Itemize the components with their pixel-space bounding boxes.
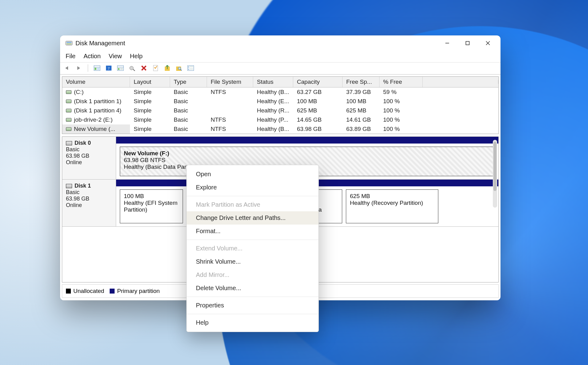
volume-fs bbox=[207, 100, 253, 103]
svg-point-18 bbox=[130, 66, 133, 70]
volume-free: 625 MB bbox=[343, 106, 379, 115]
context-menu-item[interactable]: Format... bbox=[187, 225, 318, 238]
menu-action[interactable]: Action bbox=[83, 53, 101, 60]
volume-layout: Simple bbox=[130, 106, 170, 115]
volume-fs bbox=[207, 109, 253, 112]
volume-name: (Disk 1 partition 1) bbox=[74, 98, 121, 105]
disk-type: Basic bbox=[66, 189, 112, 196]
titlebar[interactable]: Disk Management bbox=[60, 35, 501, 51]
context-menu-item[interactable]: Open bbox=[187, 168, 318, 181]
volume-capacity: 14.65 GB bbox=[293, 115, 343, 124]
volume-type: Basic bbox=[170, 106, 207, 115]
back-icon[interactable] bbox=[63, 64, 71, 72]
disk-icon bbox=[66, 118, 71, 122]
volume-capacity: 625 MB bbox=[293, 106, 343, 115]
volume-type: Basic bbox=[170, 124, 207, 134]
toolbar: ? bbox=[60, 62, 501, 75]
toolbar-separator bbox=[88, 64, 88, 72]
svg-rect-29 bbox=[188, 69, 189, 70]
volume-list-header[interactable]: Volume Layout Type File System Status Ca… bbox=[62, 77, 498, 87]
disk-name: Disk 1 bbox=[75, 183, 91, 189]
disk-label[interactable]: Disk 1Basic63.98 GBOnline bbox=[62, 180, 116, 226]
col-status[interactable]: Status bbox=[253, 77, 293, 87]
volume-row[interactable]: (Disk 1 partition 4)SimpleBasicHealthy (… bbox=[62, 106, 498, 115]
volume-name: (Disk 1 partition 4) bbox=[74, 107, 121, 114]
menu-help[interactable]: Help bbox=[130, 53, 143, 60]
volume-row[interactable]: (Disk 1 partition 1)SimpleBasicHealthy (… bbox=[62, 97, 498, 106]
col-filesystem[interactable]: File System bbox=[207, 77, 253, 87]
volume-status: Healthy (B... bbox=[253, 124, 293, 134]
col-spacer bbox=[423, 80, 498, 84]
volume-layout: Simple bbox=[130, 124, 170, 134]
context-menu-separator bbox=[187, 297, 318, 297]
volume-type: Basic bbox=[170, 97, 207, 106]
context-menu-item[interactable]: Change Drive Letter and Paths... bbox=[187, 211, 318, 225]
volume-capacity: 63.98 GB bbox=[293, 124, 343, 134]
partition-title: New Volume (F:) bbox=[124, 150, 491, 157]
context-menu-item: Extend Volume... bbox=[187, 242, 318, 255]
col-free[interactable]: Free Sp... bbox=[343, 77, 379, 87]
legend-swatch-primary bbox=[110, 289, 115, 294]
disk-icon bbox=[66, 99, 71, 103]
svg-rect-4 bbox=[466, 42, 469, 45]
context-menu-item[interactable]: Explore bbox=[187, 181, 318, 194]
context-menu-separator bbox=[187, 240, 318, 240]
partition-size: 63.98 GB NTFS bbox=[124, 157, 491, 164]
context-menu[interactable]: OpenExploreMark Partition as ActiveChang… bbox=[186, 165, 319, 332]
context-menu-item[interactable]: Shrink Volume... bbox=[187, 255, 318, 268]
volume-pctfree: 59 % bbox=[379, 87, 423, 97]
disk-icon bbox=[66, 109, 71, 112]
refresh-icon[interactable] bbox=[163, 64, 171, 72]
details-icon[interactable] bbox=[116, 64, 124, 72]
volume-type: Basic bbox=[170, 87, 207, 97]
find-icon[interactable] bbox=[175, 64, 183, 72]
context-menu-item[interactable]: Help bbox=[187, 316, 318, 329]
menu-file[interactable]: File bbox=[66, 53, 75, 60]
col-capacity[interactable]: Capacity bbox=[293, 77, 343, 87]
col-layout[interactable]: Layout bbox=[130, 77, 170, 87]
settings-icon[interactable] bbox=[128, 64, 136, 72]
volume-row[interactable]: job-drive-2 (E:)SimpleBasicNTFSHealthy (… bbox=[62, 115, 498, 124]
partition-panel[interactable]: 625 MBHealthy (Recovery Partition) bbox=[346, 189, 438, 223]
maximize-button[interactable] bbox=[457, 35, 478, 51]
minimize-button[interactable] bbox=[437, 35, 457, 51]
help-icon[interactable]: ? bbox=[105, 64, 113, 72]
disk-label[interactable]: Disk 0Basic63.98 GBOnline bbox=[62, 137, 116, 179]
disk-icon bbox=[66, 127, 71, 131]
context-menu-item[interactable]: Properties bbox=[187, 299, 318, 312]
app-icon bbox=[66, 40, 72, 46]
volume-list[interactable]: Volume Layout Type File System Status Ca… bbox=[62, 76, 499, 134]
svg-point-25 bbox=[178, 67, 181, 70]
volume-pctfree: 100 % bbox=[379, 106, 423, 115]
svg-rect-27 bbox=[188, 66, 194, 71]
forward-icon[interactable] bbox=[75, 64, 83, 72]
volume-name: (C:) bbox=[74, 89, 84, 95]
delete-icon[interactable] bbox=[140, 64, 148, 72]
close-button[interactable] bbox=[478, 35, 498, 51]
svg-rect-28 bbox=[188, 67, 189, 67]
properties-icon[interactable] bbox=[152, 64, 160, 72]
partition-size: 625 MB bbox=[350, 193, 434, 200]
context-menu-item[interactable]: Delete Volume... bbox=[187, 282, 318, 295]
volume-status: Healthy (R... bbox=[253, 106, 293, 115]
partition-panel[interactable]: 100 MBHealthy (EFI System Partition) bbox=[120, 189, 183, 223]
scrollbar[interactable] bbox=[493, 140, 497, 208]
col-volume[interactable]: Volume bbox=[62, 77, 130, 87]
disk-state: Online bbox=[66, 202, 112, 209]
list-icon[interactable] bbox=[187, 64, 195, 72]
col-type[interactable]: Type bbox=[170, 77, 207, 87]
volume-status: Healthy (B... bbox=[253, 87, 293, 97]
volume-row[interactable]: New Volume (...SimpleBasicNTFSHealthy (B… bbox=[62, 124, 498, 134]
columns-icon[interactable] bbox=[93, 64, 101, 72]
menu-view[interactable]: View bbox=[109, 53, 122, 60]
volume-row[interactable]: (C:)SimpleBasicNTFSHealthy (B...63.27 GB… bbox=[62, 87, 498, 97]
volume-status: Healthy (P... bbox=[253, 115, 293, 124]
scrollbar-thumb[interactable] bbox=[493, 142, 497, 191]
volume-free: 14.61 GB bbox=[343, 115, 379, 124]
col-pctfree[interactable]: % Free bbox=[379, 77, 423, 87]
svg-rect-10 bbox=[97, 68, 99, 70]
volume-layout: Simple bbox=[130, 87, 170, 97]
disk-strip bbox=[116, 137, 498, 144]
legend-unallocated: Unallocated bbox=[73, 288, 104, 294]
menubar: File Action View Help bbox=[60, 51, 501, 62]
